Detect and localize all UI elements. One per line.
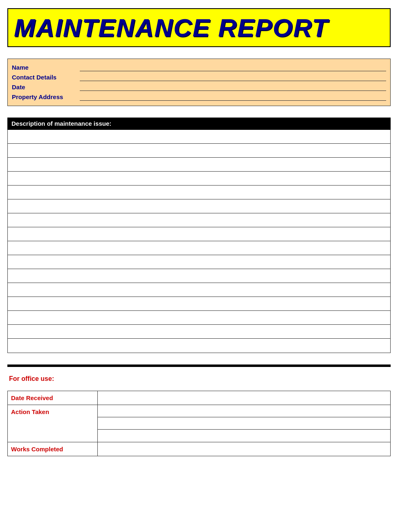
desc-line-12[interactable] [8,283,390,297]
info-row-date: Date [12,82,386,92]
works-completed-value[interactable] [98,442,391,456]
desc-line-7[interactable] [8,213,390,227]
works-completed-row: Works Completed [8,442,391,456]
info-section: Name Contact Details Date Property Addre… [7,59,391,106]
works-completed-line[interactable] [98,442,390,455]
description-section: Description of maintenance issue: [7,118,391,353]
desc-line-4[interactable] [8,172,390,186]
desc-line-15[interactable] [8,325,390,339]
office-table: Date Received Action Taken Works Complet… [7,391,391,456]
desc-line-10[interactable] [8,255,390,269]
date-received-value[interactable] [98,391,391,405]
info-row-contact: Contact Details [12,72,386,82]
desc-line-14[interactable] [8,311,390,325]
action-taken-row: Action Taken [8,405,391,442]
title-bar: MAINTENANCE REPORT [7,8,391,47]
works-completed-label: Works Completed [8,442,98,456]
office-use-label: For office use: [7,375,391,383]
contact-label: Contact Details [12,74,77,81]
page-title: MAINTENANCE REPORT [14,13,384,42]
desc-line-5[interactable] [8,186,390,199]
action-taken-label: Action Taken [8,405,98,442]
date-received-inner [98,391,390,405]
address-label: Property Address [12,93,77,100]
description-lines[interactable] [7,130,391,353]
desc-line-11[interactable] [8,269,390,283]
works-completed-inner [98,442,390,456]
name-label: Name [12,64,77,71]
description-header: Description of maintenance issue: [7,118,391,130]
action-taken-value[interactable] [98,405,391,442]
desc-line-3[interactable] [8,158,390,172]
date-received-row: Date Received [8,391,391,405]
action-taken-line-2[interactable] [98,417,390,430]
description-header-text: Description of maintenance issue: [11,120,111,127]
name-value[interactable] [80,63,386,71]
date-value[interactable] [80,83,386,91]
desc-line-8[interactable] [8,227,390,241]
desc-line-16[interactable] [8,339,390,353]
desc-line-9[interactable] [8,241,390,255]
action-taken-inner [98,405,390,442]
desc-line-2[interactable] [8,144,390,158]
desc-line-13[interactable] [8,297,390,311]
desc-line-6[interactable] [8,199,390,213]
action-taken-line-3[interactable] [98,430,390,442]
info-row-address: Property Address [12,92,386,102]
thick-separator [7,364,391,367]
date-received-line[interactable] [98,391,390,403]
info-row-name: Name [12,62,386,72]
desc-line-1[interactable] [8,130,390,144]
contact-value[interactable] [80,73,386,81]
action-taken-line-1[interactable] [98,405,390,417]
date-label: Date [12,84,77,91]
date-received-label: Date Received [8,391,98,405]
address-value[interactable] [80,93,386,101]
